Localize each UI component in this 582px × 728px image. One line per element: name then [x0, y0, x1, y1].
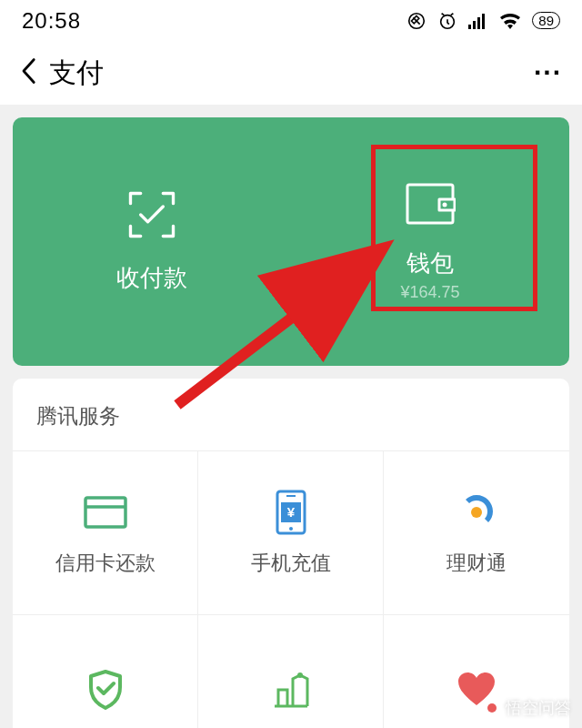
svg-point-18 [297, 672, 303, 678]
phone-recharge-icon: ¥ [276, 490, 306, 535]
tencent-services-section: 腾讯服务 信用卡还款 ¥ 手机充值 理财通 [13, 379, 569, 728]
shield-check-icon [85, 667, 125, 713]
service-label: 信用卡还款 [55, 550, 156, 577]
svg-point-20 [487, 703, 497, 713]
service-label: 理财通 [447, 550, 507, 577]
svg-rect-3 [473, 21, 476, 29]
status-time: 20:58 [22, 8, 81, 34]
scan-check-icon [126, 189, 177, 244]
wealth-icon [456, 490, 497, 535]
more-icon[interactable]: ··· [534, 57, 562, 88]
back-icon[interactable] [20, 57, 36, 88]
status-indicators: 89 [406, 11, 560, 31]
status-bar: 20:58 89 [0, 0, 582, 41]
pay-receive-button[interactable]: 收付款 [13, 117, 291, 366]
wallet-label: 钱包 [406, 248, 454, 279]
svg-rect-4 [477, 17, 480, 29]
svg-point-7 [443, 202, 447, 207]
wallet-button[interactable]: 钱包 ¥164.75 [291, 117, 569, 366]
svg-rect-5 [482, 14, 485, 29]
alarm-icon [437, 11, 457, 31]
service-wealth[interactable]: 理财通 [384, 451, 569, 615]
service-label: 手机充值 [251, 550, 331, 577]
page-title: 支付 [49, 55, 104, 92]
battery-indicator: 89 [532, 12, 560, 29]
svg-text:¥: ¥ [286, 504, 295, 520]
service-credit-repay[interactable]: 信用卡还款 [13, 451, 198, 615]
watermark: 悟空问答 [482, 697, 571, 719]
signal-icon [468, 13, 488, 29]
svg-rect-16 [286, 495, 296, 497]
service-grid: 信用卡还款 ¥ 手机充值 理财通 [13, 451, 569, 728]
svg-rect-2 [468, 25, 471, 29]
wallet-balance: ¥164.75 [400, 283, 459, 302]
svg-rect-10 [85, 498, 125, 527]
service-item-5[interactable] [198, 615, 384, 728]
credit-card-icon [84, 490, 127, 535]
mute-icon [406, 11, 426, 31]
payment-card: 收付款 钱包 ¥164.75 [13, 117, 569, 366]
wallet-icon [405, 182, 456, 229]
nav-bar: 支付 ··· [0, 41, 582, 105]
section-header: 腾讯服务 [13, 379, 569, 451]
svg-point-17 [471, 507, 482, 518]
city-service-icon [269, 667, 313, 713]
wifi-icon [499, 13, 521, 29]
pay-receive-label: 收付款 [116, 262, 187, 294]
service-phone-recharge[interactable]: ¥ 手机充值 [198, 451, 384, 615]
svg-point-15 [289, 527, 293, 531]
service-item-4[interactable] [13, 615, 198, 728]
